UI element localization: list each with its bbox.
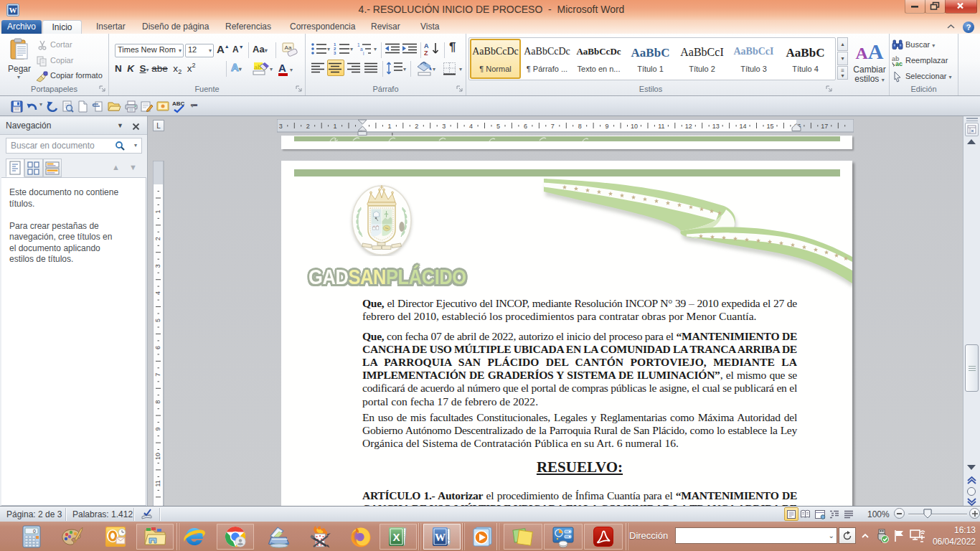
svg-text:1: 1	[334, 123, 337, 130]
svg-text:▾: ▾	[459, 66, 462, 72]
svg-text:▾: ▾	[270, 66, 273, 72]
svg-text:8: 8	[154, 400, 161, 404]
svg-text:ac: ac	[895, 60, 903, 67]
svg-text:6: 6	[524, 123, 527, 130]
svg-text:▾: ▾	[350, 46, 353, 52]
svg-text:15: 15	[766, 123, 773, 130]
svg-text:8: 8	[578, 123, 582, 130]
svg-text:7: 7	[154, 373, 161, 377]
svg-text:10: 10	[154, 453, 161, 460]
svg-text:▾: ▾	[290, 67, 293, 73]
svg-text:11: 11	[154, 480, 161, 486]
svg-text:3: 3	[279, 123, 283, 130]
svg-text:▾: ▾	[403, 66, 406, 72]
svg-text:11: 11	[658, 123, 664, 130]
svg-text:2: 2	[154, 237, 161, 240]
svg-text:0: 0	[33, 529, 36, 534]
svg-text:Aa: Aa	[285, 44, 292, 51]
svg-text:i: i	[363, 51, 364, 56]
svg-text:5: 5	[496, 123, 500, 130]
svg-text:1: 1	[154, 209, 161, 213]
svg-text:7: 7	[551, 123, 555, 130]
svg-text:6: 6	[154, 346, 161, 349]
svg-text:3: 3	[442, 123, 446, 130]
svg-text:Z: Z	[424, 50, 428, 56]
svg-text:17: 17	[821, 123, 828, 130]
svg-text:13: 13	[712, 123, 720, 130]
svg-text:X: X	[392, 531, 400, 543]
svg-text:▾: ▾	[374, 46, 377, 52]
svg-text:3: 3	[334, 51, 336, 55]
svg-text:▾: ▾	[327, 46, 330, 52]
svg-text:9: 9	[606, 123, 609, 130]
svg-text:10: 10	[631, 123, 638, 130]
svg-text:A: A	[278, 62, 286, 74]
svg-text:▾: ▾	[433, 66, 435, 72]
svg-text:2: 2	[306, 123, 310, 130]
svg-text:4: 4	[154, 291, 161, 295]
svg-text:1: 1	[387, 123, 391, 130]
svg-text:W: W	[435, 532, 446, 543]
svg-text:5: 5	[154, 319, 161, 322]
svg-text:A: A	[424, 42, 429, 50]
svg-text:14: 14	[740, 123, 747, 130]
svg-text:3: 3	[154, 264, 161, 268]
svg-text:2: 2	[415, 123, 418, 130]
svg-text:12: 12	[685, 123, 692, 130]
svg-text:4: 4	[469, 123, 473, 130]
svg-text:9: 9	[154, 428, 161, 431]
